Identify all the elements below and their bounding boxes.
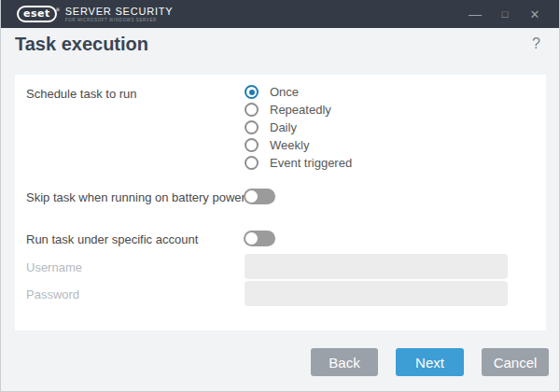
radio-icon[interactable] — [245, 138, 259, 152]
radio-icon[interactable] — [245, 156, 259, 170]
titlebar: eset® SERVER SECURITY FOR MICROSOFT WIND… — [0, 0, 560, 28]
password-input[interactable] — [245, 281, 508, 306]
radio-option-event-triggered[interactable]: Event triggered — [245, 156, 352, 170]
run-under-account-toggle[interactable] — [244, 231, 275, 246]
cancel-button[interactable]: Cancel — [482, 348, 549, 376]
skip-on-battery-toggle[interactable] — [244, 189, 275, 204]
radio-option-once[interactable]: Once — [245, 85, 352, 99]
radio-option-weekly[interactable]: Weekly — [245, 138, 352, 152]
radio-icon[interactable] — [245, 85, 259, 99]
content-panel: Schedule task to run Once Repeatedly Dai… — [15, 75, 546, 330]
radio-option-label[interactable]: Weekly — [270, 138, 309, 152]
radio-option-label[interactable]: Daily — [270, 120, 297, 134]
radio-option-daily[interactable]: Daily — [245, 120, 352, 134]
radio-option-label[interactable]: Event triggered — [270, 156, 352, 170]
schedule-radio-group: Once Repeatedly Daily Weekly Event trigg… — [245, 85, 352, 174]
window-controls: — □ ✕ — [457, 4, 560, 24]
close-icon[interactable]: ✕ — [523, 4, 547, 24]
task-execution-window: { "titlebar": { "logo_text": "eset", "re… — [0, 0, 560, 392]
brand-block: SERVER SECURITY FOR MICROSOFT WINDOWS SE… — [65, 6, 174, 22]
username-label: Username — [26, 260, 82, 274]
run-under-account-label: Run task under specific account — [26, 232, 198, 246]
next-button[interactable]: Next — [396, 348, 464, 376]
maximize-icon[interactable]: □ — [493, 4, 517, 24]
back-button[interactable]: Back — [311, 348, 378, 376]
registered-mark-icon: ® — [55, 4, 61, 16]
help-icon[interactable]: ? — [532, 35, 540, 52]
schedule-task-label: Schedule task to run — [26, 87, 137, 101]
radio-option-label[interactable]: Repeatedly — [270, 103, 331, 117]
product-subtitle: FOR MICROSOFT WINDOWS SERVER — [65, 18, 174, 22]
radio-icon[interactable] — [245, 120, 259, 134]
product-name: SERVER SECURITY — [65, 6, 174, 17]
eset-logo: eset® — [17, 6, 57, 22]
skip-on-battery-label: Skip task when running on battery power — [26, 190, 245, 204]
radio-option-repeatedly[interactable]: Repeatedly — [245, 103, 352, 117]
username-input[interactable] — [245, 254, 508, 279]
minimize-icon[interactable]: — — [463, 4, 487, 24]
page-title: Task execution — [15, 34, 148, 55]
password-label: Password — [26, 287, 79, 301]
radio-option-label[interactable]: Once — [270, 85, 299, 99]
radio-icon[interactable] — [245, 103, 259, 117]
